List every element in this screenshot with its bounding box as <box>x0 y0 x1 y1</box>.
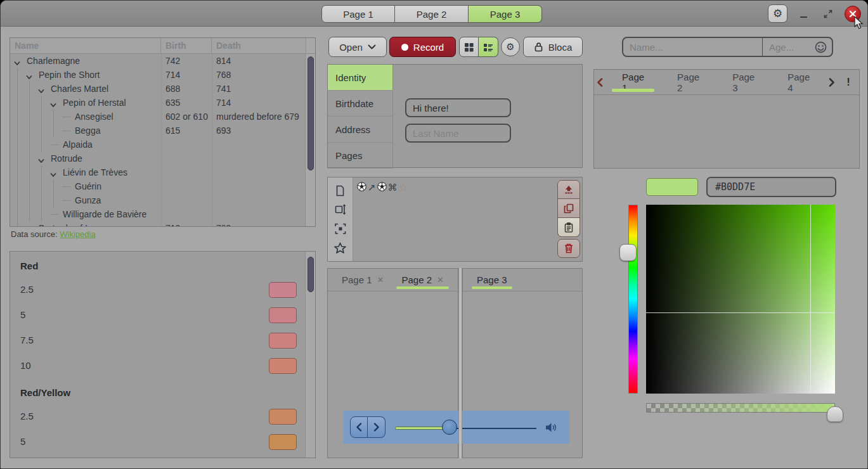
tree-guide-line <box>17 151 18 165</box>
titlebar-tab-page-3[interactable]: Page 3 <box>469 5 542 23</box>
color-swatch[interactable] <box>646 178 698 196</box>
tree-row-rotrude[interactable]: Rotrude <box>10 151 305 165</box>
resize-icon[interactable] <box>335 204 346 215</box>
right-notebook-tab-page-2[interactable]: Page 2 <box>670 70 707 94</box>
first-name-field[interactable] <box>405 98 511 117</box>
tree-row-charlemagne[interactable]: Charlemagne742814 <box>10 54 305 68</box>
upload-button[interactable] <box>557 180 580 199</box>
hue-slider[interactable] <box>628 205 638 394</box>
toolbar-settings-button[interactable]: ⚙ <box>501 37 520 56</box>
copy-button[interactable] <box>557 199 580 218</box>
expander-icon[interactable] <box>13 60 21 67</box>
scale-item-red-yellow-2-5[interactable]: 2.5 <box>10 404 305 429</box>
saturation-value-area[interactable] <box>646 205 835 394</box>
sidebar-item-identity[interactable]: Identity <box>328 65 392 91</box>
pane-divider-handle[interactable] <box>458 268 462 458</box>
maximize-button[interactable] <box>820 6 836 22</box>
tree-guide-line <box>41 207 42 221</box>
list-view-toggle[interactable] <box>479 37 498 57</box>
tree-row-pepin-the-short[interactable]: Pepin the Short714768 <box>10 68 305 82</box>
seek-slider-handle[interactable] <box>442 420 457 435</box>
tab-page-2[interactable]: Page 2✕ <box>392 269 452 291</box>
grid-view-toggle[interactable] <box>459 37 479 57</box>
tree-row-ansegisel[interactable]: Ansegisel602 or 610murdered before 679 <box>10 110 305 124</box>
scale-item-red-5[interactable]: 5 <box>10 302 305 328</box>
tab-label: Page 3 <box>477 274 507 285</box>
tree-cell-name: Charlemagne <box>27 54 80 68</box>
scale-item-red-2-5[interactable]: 2.5 <box>10 277 305 302</box>
tree-row-pepin-of-herstal[interactable]: Pepin of Herstal635714 <box>10 96 305 110</box>
scale-item-red-7-5[interactable]: 7.5 <box>10 328 305 353</box>
right-notebook-tab-page-4[interactable]: Page 4 <box>780 70 817 94</box>
expander-icon[interactable] <box>37 157 45 165</box>
focus-select-icon[interactable] <box>335 223 346 234</box>
color-list-scrollbar[interactable] <box>305 252 315 458</box>
expander-icon[interactable] <box>49 101 57 109</box>
tree-scrollbar-thumb[interactable] <box>308 56 314 170</box>
color-list-scrollbar-thumb[interactable] <box>308 257 314 292</box>
previous-button[interactable] <box>350 416 368 438</box>
column-header-name[interactable]: Name <box>10 38 161 53</box>
tree-guide-line <box>17 110 18 124</box>
emoji-picker-icon[interactable] <box>815 41 827 53</box>
tree-row-alpaida[interactable]: Alpaida <box>10 138 305 151</box>
sidebar-item-pages[interactable]: Pages <box>328 143 392 169</box>
titlebar[interactable]: Page 1Page 2Page 3 ⚙ <box>1 1 867 27</box>
expander-icon[interactable] <box>49 171 57 179</box>
tabs-scroll-left-button[interactable] <box>594 78 606 87</box>
right-notebook-tab-page-1[interactable]: Page 1 <box>614 70 652 94</box>
tree-guide-line <box>29 165 30 179</box>
minimize-button[interactable] <box>796 6 812 22</box>
delete-button[interactable] <box>557 239 580 258</box>
tree-row-li-vin-de-tr-ves[interactable]: Liévin de Trèves <box>10 165 305 179</box>
tree-guide-line <box>41 165 42 179</box>
scale-item-red-10[interactable]: 10 <box>10 353 305 378</box>
paste-button[interactable] <box>557 218 580 237</box>
tab-page-3[interactable]: Page 3 <box>468 269 516 291</box>
open-button[interactable]: Open <box>328 37 387 57</box>
tab-page-1[interactable]: Page 1✕ <box>333 269 392 291</box>
scale-item-red-yellow-5[interactable]: 5 <box>10 429 305 454</box>
hue-slider-handle[interactable] <box>619 244 637 261</box>
tree-row-bertrade-of-laon[interactable]: Bertrade of Laon710783 <box>10 221 305 226</box>
tab-close-icon[interactable]: ✕ <box>377 275 384 285</box>
tree-row-willigarde-de-bavi-re[interactable]: Willigarde de Bavière <box>10 207 305 221</box>
column-header-death[interactable]: Death <box>212 38 306 53</box>
last-name-field[interactable] <box>405 124 511 143</box>
tree-row-gunza[interactable]: Gunza <box>10 193 305 207</box>
titlebar-tab-page-2[interactable]: Page 2 <box>395 5 469 23</box>
sidebar-item-birthdate[interactable]: Birthdate <box>328 91 392 117</box>
new-document-icon[interactable] <box>335 185 346 196</box>
volume-icon[interactable] <box>545 422 557 433</box>
tree-row-begga[interactable]: Begga615693 <box>10 124 305 138</box>
text-canvas[interactable]: ↗⌘☆ <box>357 181 408 193</box>
next-button[interactable] <box>368 416 385 438</box>
wikipedia-link[interactable]: Wikipedia <box>60 229 95 239</box>
record-button[interactable]: Record <box>389 37 456 57</box>
scale-item-red-yellow-7-5[interactable]: 7.5 <box>10 454 305 458</box>
record-dot-icon <box>401 44 408 51</box>
hex-color-input[interactable] <box>706 177 836 197</box>
right-notebook-tab-page-3[interactable]: Page 3 <box>725 70 762 94</box>
alpha-slider-handle[interactable] <box>827 406 843 422</box>
alpha-slider[interactable] <box>646 403 835 413</box>
expander-icon[interactable] <box>37 87 45 95</box>
titlebar-settings-button[interactable]: ⚙ <box>768 4 787 23</box>
tree-row-gu-rin[interactable]: Guérin <box>10 179 305 193</box>
tree-guide-line <box>17 207 18 221</box>
lock-button[interactable]: Bloca <box>523 37 583 57</box>
column-header-birth[interactable]: Birth <box>161 38 212 53</box>
tree-row-charles-martel[interactable]: Charles Martel688741 <box>10 82 305 96</box>
tab-action-button[interactable]: ! <box>838 76 859 89</box>
name-input[interactable] <box>623 38 762 56</box>
tab-close-icon[interactable]: ✕ <box>437 275 444 285</box>
tabs-scroll-right-button[interactable] <box>826 78 838 87</box>
tree-scrollbar[interactable] <box>305 54 315 226</box>
titlebar-tab-page-1[interactable]: Page 1 <box>321 5 395 23</box>
tree-guide-line <box>41 138 42 151</box>
star-icon[interactable] <box>334 242 346 254</box>
expander-icon[interactable] <box>25 74 33 81</box>
lock-button-label: Bloca <box>548 42 573 53</box>
sidebar-item-address[interactable]: Address <box>328 117 392 143</box>
tree-leaf-line <box>62 131 70 131</box>
